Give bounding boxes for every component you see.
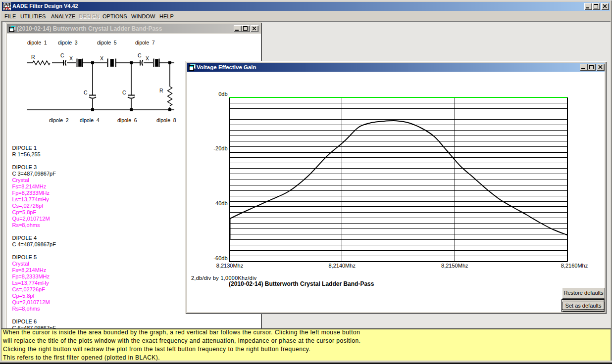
svg-text:C: C <box>60 52 64 58</box>
svg-text:dipole 5: dipole 5 <box>97 40 117 46</box>
svg-text:X: X <box>146 55 149 61</box>
svg-text:R: R <box>31 54 35 60</box>
svg-text:C: C <box>84 90 88 95</box>
svg-text:dipole 3: dipole 3 <box>58 40 78 46</box>
svg-text:8,2160Mhz: 8,2160Mhz <box>561 263 588 269</box>
svg-text:8,2150Mhz: 8,2150Mhz <box>441 263 468 269</box>
svg-text:dipole 4: dipole 4 <box>80 117 100 123</box>
svg-text:dipole 1: dipole 1 <box>27 40 47 46</box>
svg-text:X: X <box>69 55 73 61</box>
svg-text:(2010-02-14) Butterworth Cryst: (2010-02-14) Butterworth Crystal Ladder … <box>229 280 374 287</box>
svg-text:-40db: -40db <box>213 200 227 206</box>
svg-text:dipole 8: dipole 8 <box>156 117 176 123</box>
svg-text:dipole 7: dipole 7 <box>135 40 155 46</box>
svg-text:8,2140Mhz: 8,2140Mhz <box>328 263 355 269</box>
svg-text:8,2130Mhz: 8,2130Mhz <box>216 263 243 269</box>
svg-text:X: X <box>100 55 103 61</box>
svg-text:R: R <box>159 88 163 93</box>
svg-text:C: C <box>138 52 142 58</box>
svg-text:-20db: -20db <box>213 145 227 151</box>
svg-text:-60db: -60db <box>213 255 227 261</box>
svg-text:dipole 6: dipole 6 <box>117 117 137 123</box>
svg-text:0db: 0db <box>218 91 227 97</box>
svg-text:C: C <box>122 90 126 95</box>
svg-text:dipole 2: dipole 2 <box>49 117 69 123</box>
